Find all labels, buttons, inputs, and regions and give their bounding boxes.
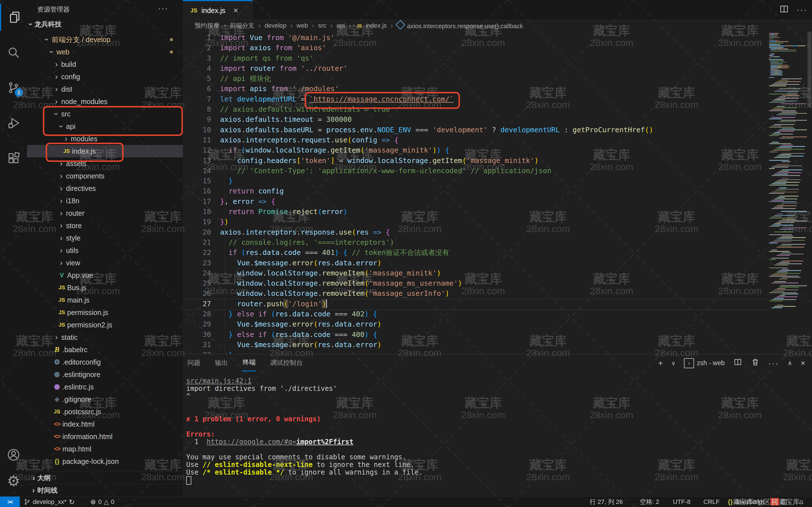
tree-item-.postcssrc.js[interactable]: JS.postcssrc.js <box>27 405 183 418</box>
tree-item-permission.js[interactable]: JSpermission.js <box>27 306 183 319</box>
breadcrumb-item[interactable]: 预约按摩 <box>195 21 219 30</box>
chevron-down-icon[interactable]: ∨ <box>671 360 675 367</box>
breadcrumb-item[interactable]: JSindex.js <box>355 22 387 29</box>
breadcrumb-item[interactable]: web <box>296 22 308 29</box>
code-line-29: Vue.$message.error(res.data.error) <box>220 319 653 329</box>
chevron-down-icon: › <box>26 20 35 28</box>
tree-item-node_modules[interactable]: ›node_modules <box>27 95 183 108</box>
tree-item-assets[interactable]: ›assets <box>27 157 183 170</box>
tree-item-build[interactable]: ›build <box>27 58 183 70</box>
minimap[interactable] <box>769 33 807 308</box>
tree-item-.gitignore[interactable]: ◆.gitignore <box>27 393 183 405</box>
tree-item-modules[interactable]: ›modules <box>27 132 183 145</box>
code-editor[interactable]: 1234567891011121314151617181920212223242… <box>183 32 812 354</box>
code-line-24: window.localStorage.removeItem('massage_… <box>220 268 653 278</box>
code-line-5: // api 模块化 <box>220 73 653 84</box>
tree-item-map.html[interactable]: <>map.html <box>27 443 183 455</box>
indentation-item[interactable]: 空格: 2 <box>640 497 659 507</box>
tree-item-i18n[interactable]: ›i18n <box>27 194 183 207</box>
code-line-23: Vue.$message.error(res.data.error) <box>220 258 653 268</box>
maximize-panel-icon[interactable]: ∧ <box>788 359 792 367</box>
activitybar-explorer-icon[interactable] <box>0 4 28 31</box>
tree-item-store[interactable]: ›store <box>27 219 183 232</box>
tree-item-utils[interactable]: ›utils <box>27 244 183 257</box>
tree-item-permission2.js[interactable]: JSpermission2.js <box>27 319 183 331</box>
more-actions-icon[interactable]: ··· <box>797 5 808 14</box>
panel-tab-调试控制台[interactable]: 调试控制台 <box>270 354 303 371</box>
code-line-10: axios.defaults.baseURL = process.env.NOD… <box>220 125 653 135</box>
git-branch-item[interactable]: develop_xx* ↻ <box>24 497 75 507</box>
terminal-output[interactable]: src/main.js:42:1import directives from '… <box>186 377 423 485</box>
tree-item-App.vue[interactable]: VApp.vue <box>27 269 183 281</box>
tree-item-main.js[interactable]: JSmain.js <box>27 294 183 306</box>
tree-item-style[interactable]: ›style <box>27 232 183 244</box>
tree-item-Bus.js[interactable]: JSBus.js <box>27 281 183 294</box>
sync-icon[interactable]: ↻ <box>69 498 75 506</box>
tree-item-view[interactable]: ›view <box>27 257 183 269</box>
scrollbar[interactable] <box>808 32 811 107</box>
encoding-item[interactable]: UTF-8 <box>673 497 690 507</box>
more-actions-icon[interactable]: ··· <box>158 3 168 13</box>
tree-item-index.html[interactable]: <>index.html <box>27 418 183 430</box>
bottom-panel: 问题输出终端调试控制台 + ∨ › zsh - web ··· ∧ × src/… <box>183 354 812 497</box>
split-terminal-icon[interactable] <box>733 357 742 369</box>
problems-item[interactable]: ⊗ 0 △ 0 <box>90 497 115 507</box>
breadcrumb-item[interactable]: axios.interceptors.response.use() callba… <box>397 21 523 30</box>
chevron-right-icon: › <box>58 221 65 230</box>
tree-item-directives[interactable]: ›directives <box>27 182 183 194</box>
remote-indicator[interactable]: >< <box>0 497 20 507</box>
activitybar-source-control-icon[interactable]: 1 <box>0 74 27 101</box>
new-terminal-button[interactable]: + <box>658 359 663 368</box>
tree-item-config[interactable]: ›config <box>27 70 183 83</box>
code-line-9: axios.defaults.timeout = 300000 <box>220 114 653 125</box>
cursor-position-item[interactable]: 行 27, 列 26 <box>590 497 623 507</box>
sidebar-section-timeline[interactable]: ›时间线 <box>27 484 183 497</box>
tree-item-.eslintignore[interactable]: ⬣.eslintignore <box>27 368 183 381</box>
breadcrumb-item[interactable]: api <box>337 22 345 29</box>
tree-item-components[interactable]: ›components <box>27 170 183 182</box>
tree-item-.babelrc[interactable]: B.babelrc <box>27 343 183 356</box>
tree-item-.eslintrc.js[interactable]: ⬣.eslintrc.js <box>27 381 183 393</box>
split-editor-icon[interactable] <box>779 4 789 15</box>
tree-item-package-lock.json[interactable]: {}package-lock.json <box>27 455 183 467</box>
status-bar: >< develop_xx* ↻ ⊗ 0 △ 0 行 27, 列 26 空格: … <box>0 496 812 507</box>
breadcrumb-item[interactable]: develop <box>265 22 286 29</box>
code-line-15: } <box>220 176 653 186</box>
sidebar-header: 资源管理器 ··· <box>27 0 183 18</box>
activitybar-search-icon[interactable] <box>0 39 27 66</box>
code-line-3: // import qs from 'qs' <box>220 53 653 63</box>
tree-item-dist[interactable]: ›dist <box>27 83 183 95</box>
code-line-6: import apis from './modules' <box>220 84 653 94</box>
activitybar-run-debug-icon[interactable] <box>0 109 27 136</box>
chevron-right-icon: › <box>53 60 60 69</box>
eol-item[interactable]: CRLF <box>703 497 719 507</box>
breadcrumb-item[interactable]: src <box>318 22 326 29</box>
tree-item--develop[interactable]: ›前端分支 / develop <box>27 33 183 46</box>
chevron-right-icon: › <box>58 258 65 267</box>
sidebar-section-outline[interactable]: ›大纲 <box>27 471 183 484</box>
panel-tab-终端[interactable]: 终端 <box>242 354 256 372</box>
tree-item-information.html[interactable]: <>information.html <box>27 430 183 443</box>
close-icon[interactable]: × <box>233 6 238 15</box>
panel-tab-输出[interactable]: 输出 <box>214 354 228 371</box>
close-panel-icon[interactable]: × <box>801 359 805 368</box>
tree-item-web[interactable]: ›web <box>27 46 183 58</box>
text-cursor <box>326 299 327 308</box>
activitybar-settings-icon[interactable]: ⚙ <box>0 467 27 495</box>
tree-item-api[interactable]: ›api <box>27 120 183 132</box>
tab-index-js[interactable]: JS index.js × <box>183 0 253 20</box>
activitybar-extensions-icon[interactable] <box>0 145 27 172</box>
error-count: 0 <box>98 498 102 506</box>
activitybar-account-icon[interactable] <box>0 441 27 468</box>
kill-terminal-icon[interactable] <box>751 357 760 369</box>
tree-item-.editorconfig[interactable]: ⚙.editorconfig <box>27 356 183 368</box>
workspace-section-header[interactable]: › 龙兵科技 <box>27 18 183 31</box>
more-actions-icon[interactable]: ··· <box>768 358 779 368</box>
tree-item-router[interactable]: ›router <box>27 207 183 219</box>
tree-item-static[interactable]: ›static <box>27 331 183 343</box>
tree-item-index.js[interactable]: JSindex.js <box>27 145 183 157</box>
terminal-instance[interactable]: › zsh - web <box>684 358 724 368</box>
breadcrumb-item[interactable]: 前端分支 <box>230 21 255 30</box>
tree-item-src[interactable]: ›src <box>27 108 183 120</box>
panel-tab-问题[interactable]: 问题 <box>187 354 201 371</box>
